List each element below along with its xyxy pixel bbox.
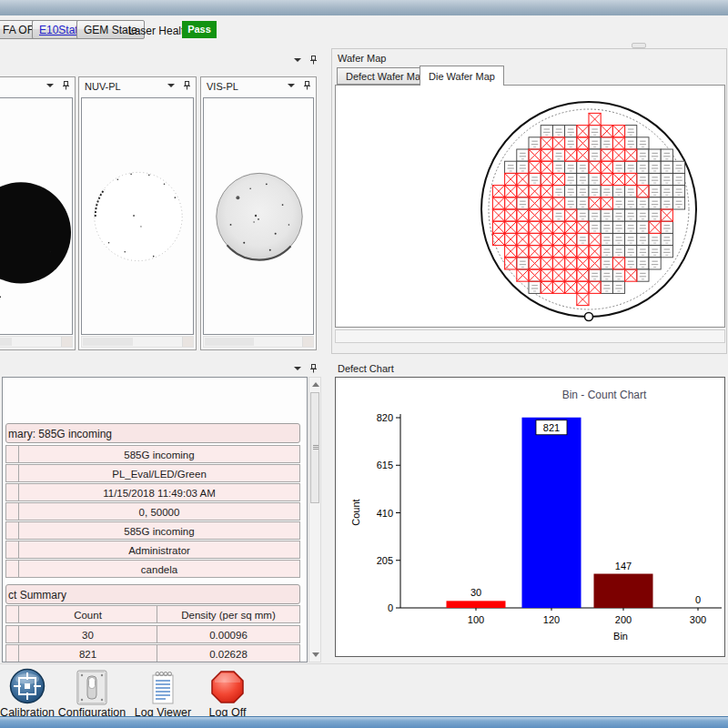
chevron-down-icon[interactable] <box>288 84 295 87</box>
scan-summary-header: mary: 585G incoming <box>5 423 300 443</box>
die-cell-good <box>649 246 661 258</box>
calibration-target-icon <box>8 668 46 704</box>
die-wafer-map-svg <box>336 86 726 327</box>
die-cell-good <box>589 149 601 161</box>
die-cell-good <box>552 186 564 197</box>
svg-text:120: 120 <box>543 614 560 625</box>
die-cell-good <box>625 161 637 173</box>
svg-text:200: 200 <box>615 614 632 625</box>
die-cell-good <box>612 209 624 221</box>
horizontal-scrollbar[interactable] <box>203 336 314 348</box>
chevron-down-icon[interactable] <box>294 58 301 62</box>
bin-count-chart-svg: Bin - Count Chart0205410615820Count30100… <box>336 378 724 656</box>
die-cell-good <box>637 258 649 269</box>
scroll-down-icon[interactable] <box>312 652 319 657</box>
die-cell-good <box>589 137 601 149</box>
die-cell-good <box>529 281 541 293</box>
die-cell-good <box>552 161 564 173</box>
die-cell-good <box>601 186 612 197</box>
row-value: candela <box>19 561 299 577</box>
defect-summary-row: 300.00096 <box>5 625 300 643</box>
die-cell-good <box>577 161 589 173</box>
defect-summary-column-header: Count Density (per sq mm) <box>5 605 300 623</box>
panel-titlebar: NUV-PL <box>79 77 196 96</box>
die-cell-good <box>625 186 637 197</box>
die-cell-good <box>637 149 649 161</box>
pin-icon[interactable] <box>62 81 70 90</box>
log-off-button[interactable]: Log Off <box>191 670 264 708</box>
scan-summary-row: 11/15/2018 11:49:03 AM <box>5 483 300 501</box>
bin-count-chart: Bin - Count Chart0205410615820Count30100… <box>335 377 725 657</box>
die-cell-good <box>601 258 612 269</box>
scan-summary-panel: mary: 585G incoming 585G incomingPL_Eval… <box>2 377 308 662</box>
die-cell-good <box>637 161 649 173</box>
log-viewer-notepad-icon <box>149 670 177 706</box>
die-cell-good <box>637 221 649 233</box>
window-bottom-edge <box>0 716 728 728</box>
chevron-down-icon[interactable] <box>294 367 301 370</box>
pin-icon[interactable] <box>309 56 318 65</box>
row-label-clipped <box>6 503 19 520</box>
die-cell-good <box>517 161 529 173</box>
die-cell-good <box>672 173 684 185</box>
row-value: 585G incoming <box>19 446 299 462</box>
density-cell: 0.00096 <box>157 626 299 642</box>
image-panel-vis-pl: VIS-PL <box>200 76 317 350</box>
vertical-scrollbar[interactable] <box>308 377 321 662</box>
chevron-down-icon[interactable] <box>46 84 54 87</box>
panel-titlebar <box>0 77 75 96</box>
die-cell-good <box>661 233 672 245</box>
die-cell-good <box>601 269 612 281</box>
defect-chart-panel-title: Defect Chart <box>338 363 394 374</box>
window-top-edge <box>0 0 728 15</box>
die-cell-good <box>577 186 589 197</box>
scroll-up-icon[interactable] <box>312 382 319 387</box>
scrollbar-thumb[interactable] <box>310 392 319 503</box>
die-cell-good <box>517 258 529 269</box>
svg-text:820: 820 <box>377 412 393 423</box>
image-panel-1 <box>0 76 76 350</box>
log-viewer-button[interactable]: Log Viewer <box>126 670 199 710</box>
calibration-button[interactable]: Calibration <box>0 670 55 708</box>
die-cell-good <box>612 233 624 245</box>
row-value: Administrator <box>19 541 299 558</box>
image-panel-nuv-pl: NUV-PL <box>78 76 197 350</box>
die-wafer-map-view <box>335 85 725 328</box>
die-cell-good <box>517 149 529 161</box>
die-cell-good <box>565 126 577 137</box>
die-cell-good <box>601 221 612 233</box>
die-cell-good <box>649 173 661 185</box>
wafer-image-nuv-svg <box>82 98 193 334</box>
panel-title: VIS-PL <box>207 81 238 92</box>
die-cell-good <box>565 173 577 185</box>
die-cell-good <box>637 197 649 209</box>
die-cell-good <box>625 258 637 269</box>
row-label-clipped <box>6 626 19 642</box>
configuration-button[interactable]: Configuration <box>56 670 128 710</box>
tab-die-wafer-map[interactable]: Die Wafer Map <box>420 66 504 86</box>
die-cell-good <box>565 137 577 149</box>
scan-summary-row: Administrator <box>5 541 300 559</box>
scan-summary-row: 0, 50000 <box>5 502 300 521</box>
die-cell-good <box>649 209 661 221</box>
wafer-image-nuv <box>81 97 194 335</box>
row-value: PL_Eval/LED/Green <box>19 465 299 481</box>
die-cell-good <box>661 173 672 185</box>
die-cell-good <box>577 209 589 221</box>
row-value: 0, 50000 <box>19 503 299 520</box>
horizontal-scrollbar[interactable] <box>81 336 194 348</box>
die-cell-good <box>601 137 612 149</box>
pin-icon[interactable] <box>309 364 318 373</box>
die-cell-good <box>637 173 649 185</box>
wafer-image-dark-svg <box>0 98 72 334</box>
count-cell: 30 <box>19 626 157 642</box>
chevron-down-icon[interactable] <box>167 84 175 87</box>
die-cell-good <box>589 126 601 137</box>
horizontal-scrollbar[interactable] <box>0 336 73 348</box>
pin-icon[interactable] <box>183 81 191 90</box>
laser-health-status-badge: Pass <box>182 21 217 38</box>
scan-summary-row: 585G incoming <box>5 521 300 540</box>
die-cell-good <box>612 281 624 293</box>
pin-icon[interactable] <box>303 81 311 90</box>
defect-col-count: Count <box>19 606 157 622</box>
